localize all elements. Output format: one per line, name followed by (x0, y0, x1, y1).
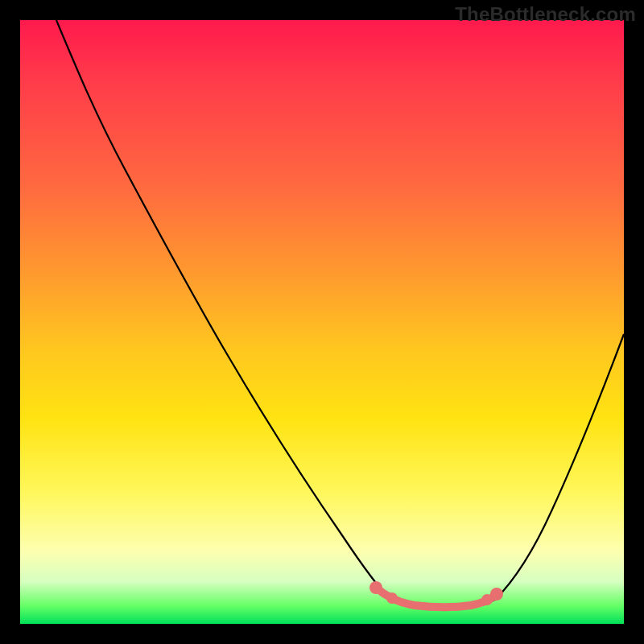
watermark-text: TheBottleneck.com (455, 3, 636, 26)
plot-area (20, 20, 624, 624)
chart-frame: TheBottleneck.com (0, 0, 644, 644)
